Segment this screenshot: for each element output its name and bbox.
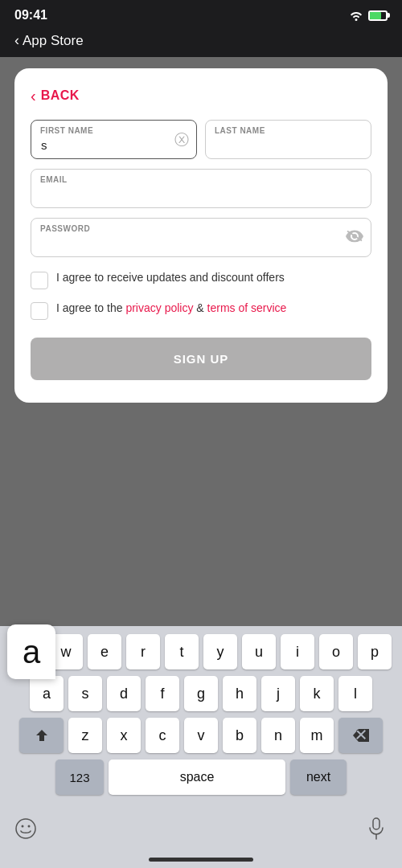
email-field-wrap: EMAIL xyxy=(31,169,371,208)
key-a[interactable]: a xyxy=(30,676,64,711)
first-name-field-wrap: FIRST NAME ⓧ xyxy=(31,120,197,159)
back-button-label: BACK xyxy=(41,88,80,103)
battery-icon xyxy=(368,10,388,21)
key-x[interactable]: x xyxy=(107,718,141,753)
next-key[interactable]: next xyxy=(290,760,347,795)
svg-point-3 xyxy=(28,825,31,828)
key-h[interactable]: h xyxy=(223,676,256,711)
last-name-field-wrap: LAST NAME xyxy=(205,120,371,159)
svg-rect-4 xyxy=(373,818,379,829)
key-j[interactable]: j xyxy=(261,676,295,711)
privacy-policy-link[interactable]: privacy policy xyxy=(125,301,193,314)
password-field-wrap: PASSWORD xyxy=(31,218,371,257)
signup-card: ‹ BACK FIRST NAME ⓧ LAST NAME EMAIL xyxy=(14,68,388,403)
status-icons xyxy=(349,10,388,21)
checkbox-terms[interactable] xyxy=(31,302,48,320)
checkbox-updates[interactable] xyxy=(31,272,48,289)
first-name-input[interactable] xyxy=(31,120,197,159)
clear-icon[interactable]: ⓧ xyxy=(174,130,189,149)
checkbox-terms-row: I agree to the privacy policy & terms of… xyxy=(31,301,371,320)
nav-bar: ‹ App Store xyxy=(0,29,402,57)
key-b[interactable]: b xyxy=(223,718,256,753)
shift-key[interactable] xyxy=(19,718,64,753)
key-f[interactable]: f xyxy=(146,676,179,711)
key-m[interactable]: m xyxy=(300,718,334,753)
keyboard: a q w e r t y u i o p a s d f g h j k l xyxy=(0,626,402,868)
email-input-wrap: EMAIL xyxy=(31,169,371,208)
signup-button[interactable]: SIGN UP xyxy=(31,338,371,380)
name-fields-row: FIRST NAME ⓧ LAST NAME xyxy=(31,120,371,159)
app-store-back[interactable]: ‹ App Store xyxy=(14,32,388,49)
microphone-icon[interactable] xyxy=(359,811,394,846)
last-name-input[interactable] xyxy=(205,120,371,159)
key-u[interactable]: u xyxy=(242,634,276,669)
key-v[interactable]: v xyxy=(184,718,218,753)
delete-key[interactable] xyxy=(338,718,383,753)
key-z[interactable]: z xyxy=(68,718,102,753)
numbers-key[interactable]: 123 xyxy=(55,760,104,795)
card-area: ‹ BACK FIRST NAME ⓧ LAST NAME EMAIL xyxy=(0,57,402,403)
key-i[interactable]: i xyxy=(281,634,314,669)
keyboard-row-3: z x c v b n m xyxy=(3,718,399,753)
emoji-icon[interactable] xyxy=(8,811,43,846)
wifi-icon xyxy=(349,10,363,21)
key-g[interactable]: g xyxy=(184,676,218,711)
svg-point-2 xyxy=(22,825,24,828)
terms-of-service-link[interactable]: terms of service xyxy=(207,301,287,314)
back-chevron-icon: ‹ xyxy=(14,32,19,49)
key-k[interactable]: k xyxy=(300,676,334,711)
svg-point-1 xyxy=(16,819,35,838)
status-bar: 09:41 xyxy=(0,0,402,29)
checkbox-updates-text: I agree to receive updates and discount … xyxy=(56,270,285,286)
key-o[interactable]: o xyxy=(319,634,353,669)
keyboard-row-2: a s d f g h j k l xyxy=(3,676,399,711)
delete-icon xyxy=(353,729,369,742)
shift-icon xyxy=(35,728,49,743)
keyboard-row-1: a q w e r t y u i o p xyxy=(3,634,399,669)
key-d[interactable]: d xyxy=(107,676,141,711)
key-q[interactable]: a q xyxy=(10,634,44,669)
key-p[interactable]: p xyxy=(358,634,392,669)
status-time: 09:41 xyxy=(14,8,47,23)
key-r[interactable]: r xyxy=(126,634,160,669)
key-t[interactable]: t xyxy=(165,634,199,669)
key-s[interactable]: s xyxy=(68,676,102,711)
checkbox-terms-text: I agree to the privacy policy & terms of… xyxy=(56,301,286,317)
keyboard-bottom-icons xyxy=(0,806,402,854)
keyboard-rows: a q w e r t y u i o p a s d f g h j k l xyxy=(0,626,402,806)
back-chevron-icon: ‹ xyxy=(31,88,36,104)
email-input[interactable] xyxy=(31,169,371,208)
checkbox-updates-row: I agree to receive updates and discount … xyxy=(31,270,371,289)
card-back-button[interactable]: ‹ BACK xyxy=(31,88,371,104)
back-label: App Store xyxy=(23,33,84,49)
key-y[interactable]: y xyxy=(203,634,237,669)
password-input[interactable] xyxy=(31,218,371,257)
space-key[interactable]: space xyxy=(109,760,285,795)
key-c[interactable]: c xyxy=(146,718,179,753)
keyboard-row-bottom: 123 space next xyxy=(3,760,399,795)
key-l[interactable]: l xyxy=(338,676,372,711)
key-popup-a: a xyxy=(7,624,55,679)
key-n[interactable]: n xyxy=(261,718,295,753)
key-e[interactable]: e xyxy=(88,634,121,669)
eye-icon[interactable] xyxy=(346,229,363,246)
home-indicator xyxy=(149,858,253,862)
